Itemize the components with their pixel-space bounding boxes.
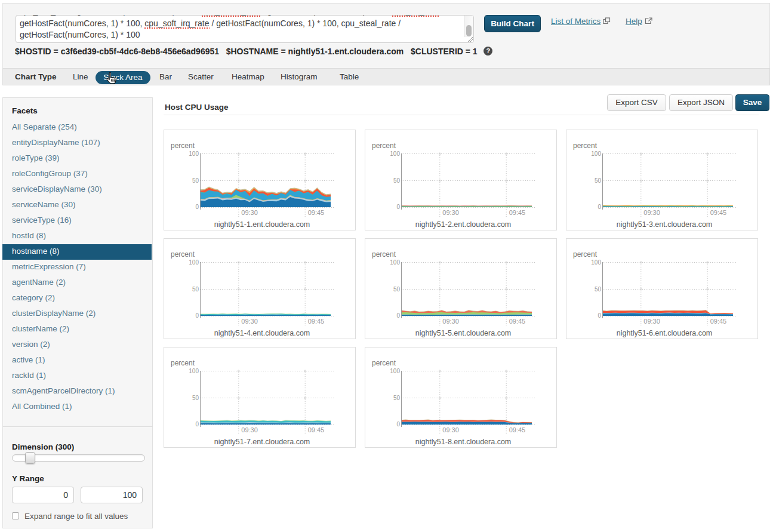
- svg-text:percent: percent: [372, 142, 396, 150]
- svg-text:0: 0: [195, 204, 199, 210]
- svg-text:0: 0: [396, 421, 400, 428]
- svg-text:nightly51-8.ent.cloudera.com: nightly51-8.ent.cloudera.com: [415, 438, 512, 446]
- svg-text:50: 50: [393, 177, 401, 184]
- svg-text:percent: percent: [573, 250, 598, 259]
- svg-text:09:45: 09:45: [710, 318, 727, 325]
- svg-text:percent: percent: [171, 142, 195, 150]
- svg-text:percent: percent: [171, 250, 195, 259]
- svg-text:09:45: 09:45: [308, 426, 325, 433]
- svg-text:50: 50: [192, 177, 199, 184]
- svg-text:09:30: 09:30: [643, 209, 660, 216]
- svg-text:100: 100: [390, 259, 400, 266]
- svg-text:percent: percent: [171, 359, 195, 367]
- svg-text:nightly51-7.ent.cloudera.com: nightly51-7.ent.cloudera.com: [214, 438, 310, 446]
- svg-text:09:45: 09:45: [509, 318, 526, 325]
- svg-text:percent: percent: [372, 250, 396, 259]
- svg-text:50: 50: [393, 286, 401, 293]
- svg-text:nightly51-5.ent.cloudera.com: nightly51-5.ent.cloudera.com: [415, 329, 512, 337]
- svg-text:50: 50: [192, 395, 199, 401]
- svg-text:09:45: 09:45: [308, 209, 325, 216]
- svg-text:50: 50: [393, 395, 401, 401]
- svg-text:50: 50: [595, 286, 602, 293]
- svg-text:nightly51-1.ent.cloudera.com: nightly51-1.ent.cloudera.com: [214, 220, 310, 229]
- svg-text:0: 0: [396, 204, 400, 210]
- svg-text:09:30: 09:30: [442, 426, 459, 433]
- svg-text:09:30: 09:30: [241, 426, 258, 433]
- svg-text:100: 100: [189, 150, 199, 157]
- svg-text:0: 0: [598, 312, 601, 319]
- svg-text:09:30: 09:30: [442, 209, 459, 216]
- svg-text:nightly51-4.ent.cloudera.com: nightly51-4.ent.cloudera.com: [214, 329, 310, 337]
- svg-text:percent: percent: [372, 359, 396, 367]
- svg-text:0: 0: [396, 312, 400, 319]
- svg-text:0: 0: [598, 204, 601, 210]
- svg-text:nightly51-6.ent.cloudera.com: nightly51-6.ent.cloudera.com: [617, 329, 713, 337]
- svg-text:09:45: 09:45: [308, 318, 325, 325]
- svg-text:0: 0: [195, 312, 199, 319]
- svg-text:100: 100: [189, 259, 199, 266]
- svg-text:100: 100: [390, 150, 400, 157]
- svg-text:09:45: 09:45: [509, 426, 526, 433]
- svg-text:100: 100: [390, 368, 400, 374]
- svg-text:100: 100: [189, 368, 199, 374]
- svg-text:09:30: 09:30: [442, 318, 459, 325]
- svg-text:100: 100: [591, 259, 601, 266]
- svg-text:09:30: 09:30: [241, 318, 258, 325]
- svg-text:09:30: 09:30: [241, 209, 258, 216]
- svg-text:50: 50: [192, 286, 199, 293]
- svg-text:09:30: 09:30: [643, 318, 660, 325]
- svg-text:0: 0: [195, 421, 199, 428]
- svg-text:nightly51-2.ent.cloudera.com: nightly51-2.ent.cloudera.com: [415, 220, 512, 229]
- svg-text:nightly51-3.ent.cloudera.com: nightly51-3.ent.cloudera.com: [617, 220, 713, 229]
- svg-text:100: 100: [591, 150, 601, 157]
- svg-text:09:45: 09:45: [710, 209, 727, 216]
- svg-text:09:45: 09:45: [509, 209, 526, 216]
- svg-text:percent: percent: [573, 142, 598, 150]
- svg-text:50: 50: [595, 177, 602, 184]
